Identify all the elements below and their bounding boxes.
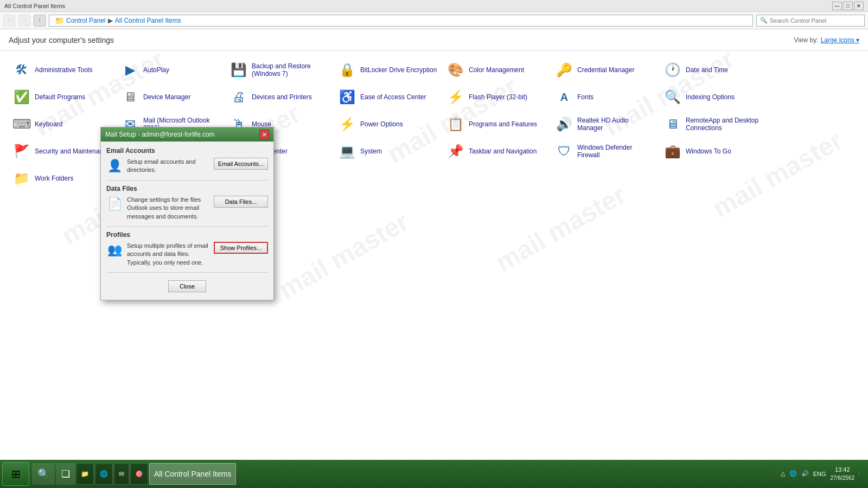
- windows-defender-label[interactable]: Windows Defender Firewall: [577, 144, 655, 159]
- fonts-label[interactable]: Fonts: [577, 93, 593, 101]
- item-indexing-options[interactable]: 🔍 Indexing Options: [660, 84, 768, 111]
- item-remoteapp[interactable]: 🖥 RemoteApp and Desktop Connections: [660, 111, 768, 138]
- item-power-options[interactable]: ⚡ Power Options: [334, 111, 443, 138]
- item-windows-defender[interactable]: 🛡 Windows Defender Firewall: [551, 138, 660, 165]
- item-date-time[interactable]: 🕐 Date and Time: [660, 56, 768, 84]
- search-taskbar-button[interactable]: 🔍: [32, 463, 55, 485]
- item-flash-player[interactable]: ⚡ Flash Player (32-bit): [443, 84, 551, 111]
- data-files-content: 📄 Change settings for the files Outlook …: [106, 196, 268, 221]
- color-management-label[interactable]: Color Management: [469, 66, 524, 74]
- start-icon: ⊞: [11, 467, 21, 480]
- date-time-label[interactable]: Date and Time: [686, 66, 728, 74]
- taskbar-tray: △ 🌐 🔊 ENG 13:42 27/6/2562: [776, 466, 866, 481]
- item-default-programs[interactable]: ✅ Default Programs: [9, 84, 117, 111]
- breadcrumb-all-items[interactable]: All Control Panel Items: [115, 17, 181, 24]
- item-system[interactable]: 💻 System: [334, 138, 443, 165]
- device-manager-label[interactable]: Device Manager: [143, 93, 190, 101]
- taskbar-clock[interactable]: 13:42 27/6/2562: [831, 466, 855, 481]
- ease-of-access-label[interactable]: Ease of Access Center: [360, 93, 426, 101]
- item-realtek[interactable]: 🔊 Realtek HD Audio Manager: [551, 111, 660, 138]
- window-title: All Control Panel Items: [4, 3, 65, 9]
- email-accounts-text: Setup email accounts and directories.: [127, 158, 209, 175]
- edge-icon: 🌐: [100, 470, 108, 478]
- item-programs-features[interactable]: 📋 Programs and Features: [443, 111, 551, 138]
- system-label[interactable]: System: [360, 147, 382, 155]
- task-view-button[interactable]: ❑: [56, 463, 75, 485]
- color-management-icon: 🎨: [447, 61, 464, 79]
- taskbar-active-app[interactable]: All Control Panel Items: [149, 463, 236, 485]
- forward-button[interactable]: →: [18, 15, 30, 27]
- credential-manager-icon: 🔑: [556, 61, 573, 79]
- credential-manager-label[interactable]: Credential Manager: [577, 66, 634, 74]
- data-files-title: Data Files: [106, 185, 268, 192]
- item-bitlocker[interactable]: 🔒 BitLocker Drive Encryption: [334, 56, 443, 84]
- profiles-text: Setup multiple profiles of email account…: [127, 242, 209, 267]
- indexing-options-label[interactable]: Indexing Options: [686, 93, 735, 101]
- windows-defender-icon: 🛡: [556, 143, 573, 160]
- email-accounts-section: Email Accounts 👤 Setup email accounts an…: [106, 147, 268, 175]
- maximize-button[interactable]: □: [843, 2, 853, 10]
- modal-titlebar: Mail Setup - admin@forest-forlife.com ✕: [101, 127, 273, 142]
- realtek-label[interactable]: Realtek HD Audio Manager: [577, 117, 655, 132]
- backup-restore-label[interactable]: Backup and Restore (Windows 7): [252, 62, 330, 78]
- default-programs-label[interactable]: Default Programs: [35, 93, 85, 101]
- data-files-button[interactable]: Data Files...: [214, 196, 268, 208]
- view-by-dropdown[interactable]: Large icons ▾: [821, 36, 859, 44]
- modal-title: Mail Setup - admin@forest-forlife.com: [105, 131, 215, 138]
- item-devices-printers[interactable]: 🖨 Devices and Printers: [226, 84, 334, 111]
- item-administrative-tools[interactable]: 🛠 Administrative Tools: [9, 56, 117, 84]
- item-credential-manager[interactable]: 🔑 Credential Manager: [551, 56, 660, 84]
- close-button[interactable]: ✕: [854, 2, 864, 10]
- tray-volume-icon[interactable]: 🔊: [801, 470, 809, 477]
- security-maintenance-label[interactable]: Security and Maintenance: [35, 147, 110, 155]
- bitlocker-label[interactable]: BitLocker Drive Encryption: [360, 66, 437, 74]
- show-desktop-button[interactable]: [859, 473, 861, 475]
- item-autoplay[interactable]: ▶ AutoPlay: [117, 56, 226, 84]
- search-bar[interactable]: 🔍: [756, 15, 865, 27]
- item-device-manager[interactable]: 🖥 Device Manager: [117, 84, 226, 111]
- tray-language[interactable]: ENG: [813, 471, 826, 477]
- modal-close-button[interactable]: ✕: [259, 130, 269, 139]
- keyboard-icon: ⌨: [13, 115, 30, 133]
- taskbar-navigation-label[interactable]: Taskbar and Navigation: [469, 147, 537, 155]
- work-folders-label[interactable]: Work Folders: [35, 175, 73, 182]
- tray-network-icon[interactable]: 🌐: [789, 470, 797, 477]
- show-profiles-button[interactable]: Show Profiles...: [214, 242, 268, 254]
- modal-footer: Close: [106, 277, 268, 294]
- separator-3: [106, 272, 268, 273]
- page-title: Adjust your computer's settings: [9, 36, 114, 44]
- backup-restore-icon: 💾: [230, 61, 247, 79]
- flash-player-label[interactable]: Flash Player (32-bit): [469, 93, 527, 101]
- item-color-management[interactable]: 🎨 Color Management: [443, 56, 551, 84]
- item-fonts[interactable]: A Fonts: [551, 84, 660, 111]
- keyboard-label[interactable]: Keyboard: [35, 120, 62, 128]
- start-button[interactable]: ⊞: [2, 462, 29, 486]
- power-options-label[interactable]: Power Options: [360, 120, 403, 128]
- item-ease-of-access[interactable]: ♿ Ease of Access Center: [334, 84, 443, 111]
- programs-features-label[interactable]: Programs and Features: [469, 120, 537, 128]
- taskbar-app-mail[interactable]: ✉: [114, 463, 129, 485]
- back-button[interactable]: ←: [3, 15, 15, 27]
- profiles-section: Profiles 👥 Setup multiple profiles of em…: [106, 231, 268, 267]
- minimize-button[interactable]: —: [832, 2, 842, 10]
- search-input[interactable]: [770, 17, 861, 24]
- data-files-text: Change settings for the files Outlook us…: [127, 196, 209, 221]
- data-files-icon: 📄: [106, 196, 123, 212]
- modal-close-footer-button[interactable]: Close: [168, 280, 206, 292]
- autoplay-label[interactable]: AutoPlay: [143, 66, 169, 74]
- breadcrumb-control-panel[interactable]: Control Panel: [66, 17, 106, 24]
- devices-printers-label[interactable]: Devices and Printers: [252, 93, 312, 101]
- windows-to-go-label[interactable]: Windows To Go: [686, 147, 731, 155]
- taskbar-app-explorer[interactable]: 📁: [76, 463, 94, 485]
- item-taskbar-navigation[interactable]: 📌 Taskbar and Navigation: [443, 138, 551, 165]
- tray-chevron[interactable]: △: [781, 470, 785, 477]
- remoteapp-label[interactable]: RemoteApp and Desktop Connections: [686, 117, 764, 132]
- administrative-tools-label[interactable]: Administrative Tools: [35, 66, 93, 74]
- item-backup-restore[interactable]: 💾 Backup and Restore (Windows 7): [226, 56, 334, 84]
- power-options-icon: ⚡: [339, 115, 356, 133]
- taskbar-app-other[interactable]: 🎯: [130, 463, 148, 485]
- taskbar-app-edge[interactable]: 🌐: [95, 463, 113, 485]
- item-windows-to-go[interactable]: 💼 Windows To Go: [660, 138, 768, 165]
- email-accounts-button[interactable]: Email Accounts...: [214, 158, 268, 170]
- up-button[interactable]: ↑: [34, 15, 46, 27]
